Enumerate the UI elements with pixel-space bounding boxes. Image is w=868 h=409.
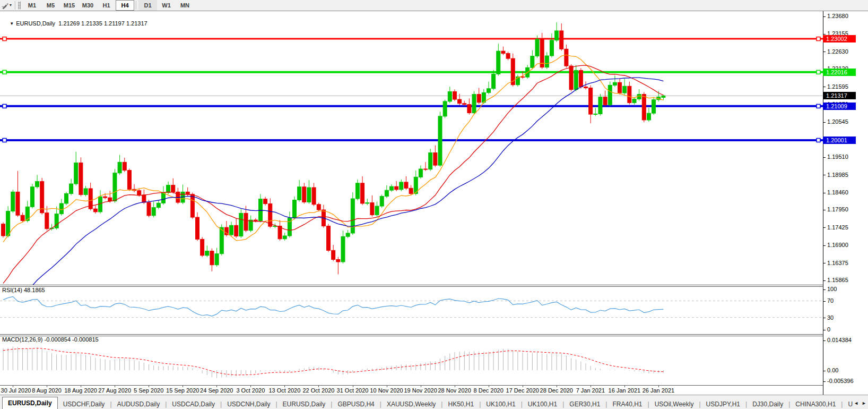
candle-down [565, 49, 568, 66]
timeframe-button-m15[interactable]: M15 [60, 0, 79, 11]
candle-up [531, 56, 534, 68]
candle-down [40, 182, 44, 213]
timeframe-button-d1[interactable]: D1 [138, 0, 157, 11]
quote-low: 1.21197 [104, 20, 125, 27]
chart-tab-usdcad-daily[interactable]: USDCAD,Daily [167, 399, 220, 409]
date-label: 28 Nov 2020 [438, 387, 471, 394]
candle-down [137, 191, 141, 195]
date-label: 17 Dec 2020 [506, 387, 539, 394]
candle-up [118, 162, 121, 173]
candle-up [70, 184, 73, 193]
chart-tab-hk50-h1[interactable]: HK50,H1 [442, 399, 479, 409]
candle-down [254, 220, 257, 220]
price-tick-label: 1.17425 [823, 224, 848, 231]
line-endpoint-marker[interactable] [817, 70, 820, 74]
date-label: 27 Aug 2020 [98, 387, 131, 394]
line-endpoint-marker[interactable] [3, 104, 6, 108]
chart-tab-usdjpy-h1[interactable]: USDJPY,H1 [701, 399, 745, 409]
toolbar-separator [136, 1, 137, 10]
candle-up [157, 203, 160, 207]
price-tick-label: 1.16900 [823, 242, 848, 248]
rsi-tick-label: 0 [823, 326, 830, 333]
date-label: 18 Aug 2020 [64, 387, 97, 394]
tool-dropdown-arrow-icon[interactable]: ▼ [9, 1, 13, 10]
candle-up [443, 101, 447, 116]
chart-tab-uk100-h1[interactable]: UK100,H1 [481, 399, 520, 409]
date-label: 19 Nov 2020 [404, 387, 437, 394]
candle-down [16, 192, 20, 215]
main-chart-canvas[interactable] [0, 11, 823, 285]
candle-up [6, 211, 10, 236]
timeframe-button-m30[interactable]: M30 [79, 0, 97, 11]
timeframe-button-h4[interactable]: H4 [116, 0, 134, 11]
candle-up [113, 173, 117, 201]
chart-tab-fra40-h1[interactable]: FRA40,H1 [607, 399, 647, 409]
candle-down [171, 185, 175, 192]
timeframe-button-h1[interactable]: H1 [97, 0, 116, 11]
candle-up [497, 51, 500, 74]
candle-up [613, 82, 617, 85]
timeframe-button-group: M1M5M15M30H1H4D1W1MN [23, 0, 194, 11]
candle-up [380, 197, 384, 206]
macd-panel-canvas[interactable] [0, 336, 823, 385]
candle-up [215, 254, 219, 265]
chart-tab-gbpusd-h4[interactable]: GBPUSD,H4 [332, 399, 379, 409]
candle-up [598, 97, 602, 114]
timeframe-button-m5[interactable]: M5 [41, 0, 60, 11]
chart-tab-usdcnh-daily[interactable]: USDCNH,Daily [222, 399, 275, 409]
candle-up [167, 185, 170, 193]
price-tick-label: 1.23680 [823, 13, 848, 19]
price-tick-label: 1.22630 [823, 48, 848, 55]
tab-scroll-left-icon[interactable]: ◄ [854, 400, 858, 406]
price-tick-label: 1.18460 [823, 189, 848, 195]
candle-down [103, 197, 107, 198]
collapse-triangle-icon[interactable]: ▼ [10, 21, 14, 26]
rsi-value: 48.1865 [24, 287, 45, 293]
date-axis[interactable]: 30 Jul 20208 Aug 202018 Aug 202027 Aug 2… [0, 386, 868, 395]
line-endpoint-marker[interactable] [817, 104, 820, 108]
chart-tab-ger30-h1[interactable]: GER30,H1 [564, 399, 605, 409]
line-endpoint-marker[interactable] [3, 37, 6, 41]
candle-up [366, 203, 369, 203]
chart-tab-china300-h1[interactable]: CHINA300,H1 [790, 399, 841, 409]
line-endpoint-marker[interactable] [3, 70, 6, 74]
chart-tab-usoil-weekly[interactable]: USOil,Weekly [649, 399, 699, 409]
candle-down [264, 199, 267, 204]
chart-title: ▼EURUSD,Daily 1.21269 1.21335 1.21197 1.… [3, 14, 147, 33]
timeframe-button-m1[interactable]: M1 [23, 0, 41, 11]
line-endpoint-marker[interactable] [3, 138, 6, 142]
chart-tab-dj30-daily[interactable]: DJ30,Daily [747, 399, 788, 409]
timeframe-button-mn[interactable]: MN [176, 0, 194, 11]
candle-down [463, 104, 466, 105]
tab-scroll-right-icon[interactable]: ► [862, 400, 866, 406]
chart-tab-uk100-h1[interactable]: UK100,H1 [523, 399, 562, 409]
chart-tab-eurusd-daily[interactable]: EURUSD,Daily [2, 397, 58, 409]
candle-down [302, 187, 306, 202]
price-tick-label: 1.16375 [823, 260, 848, 266]
chart-tab-usdchf-daily[interactable]: USDCHF,Daily [58, 399, 110, 409]
rsi-panel-canvas[interactable] [0, 286, 823, 334]
candle-down [642, 95, 646, 120]
candle-up [574, 70, 578, 89]
line-endpoint-marker[interactable] [817, 37, 820, 41]
macd-tick-label: 0.014384 [823, 337, 852, 343]
candle-up [647, 113, 650, 120]
chart-tab-eurusd-daily[interactable]: EURUSD,Daily [277, 399, 331, 409]
candle-down [317, 204, 320, 210]
candle-down [467, 105, 471, 113]
timeframe-button-w1[interactable]: W1 [157, 0, 176, 11]
price-axis[interactable]: 1.236801.231551.226301.221201.215951.210… [823, 11, 868, 395]
chart-tab-u[interactable]: U [843, 399, 853, 409]
price-tick-label: 1.19510 [823, 154, 848, 160]
cursor-draw-tool-button[interactable]: ▼ [0, 1, 14, 10]
chart-tab-xauusd-weekly[interactable]: XAUUSD,Weekly [381, 399, 441, 409]
line-endpoint-marker[interactable] [817, 138, 820, 142]
date-label: 31 Oct 2020 [337, 387, 369, 394]
candle-up [419, 169, 422, 177]
date-label: 16 Jan 2021 [609, 387, 641, 394]
candle-down [127, 171, 131, 190]
candle-down [370, 203, 374, 215]
toolbar-grip-handle[interactable] [18, 2, 21, 9]
date-label: 5 Sep 2020 [134, 387, 163, 394]
chart-tab-audusd-daily[interactable]: AUDUSD,Daily [112, 399, 166, 409]
